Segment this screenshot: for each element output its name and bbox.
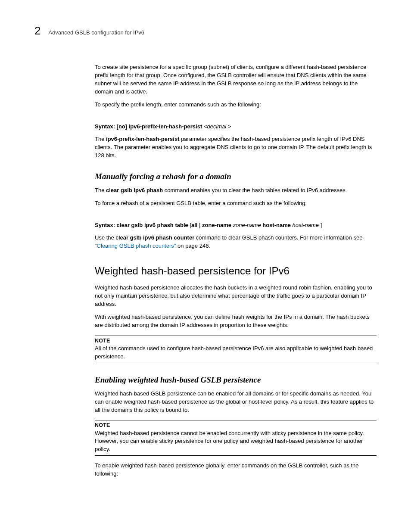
note-rule [95,336,377,336]
body-paragraph: The clear gslb ipv6 phash command enable… [95,187,377,195]
text-run: command enables you to clear the hash ta… [163,187,347,193]
syntax-param: <decimal > [204,123,231,130]
content-block: To create site persistence for a specifi… [95,63,377,478]
note-body: Weighted hash-based persistence cannot b… [95,429,377,454]
page-header: 2 Advanced GSLB configuration for IPv6 [34,24,377,37]
note-rule [95,363,377,363]
syntax-param: zone-name [233,222,263,228]
body-paragraph: To enable weighted hash-based persistenc… [95,462,377,478]
syntax-keyword: all [191,222,197,228]
text-run: on page 246. [176,243,210,249]
inline-keyword: clear gslb ipv6 phash [106,187,163,193]
note-rule [95,420,377,420]
syntax-keyword: zone-name [202,222,233,228]
note-rule [95,455,377,456]
body-paragraph: To specify the prefix length, enter comm… [95,101,377,109]
syntax-param: host-name [293,222,321,228]
note-block: NOTE Weighted hash-based persistence can… [95,420,377,456]
subsection-heading: Enabling weighted hash-based GSLB persis… [95,375,377,385]
syntax-line: Syntax: clear gslb ipv6 phash table [all… [95,221,377,230]
note-block: NOTE All of the commands used to configu… [95,336,377,363]
subsection-heading: Manually forcing a rehash for a domain [95,172,377,181]
body-paragraph: Weighted hash-based GSLB persistence can… [95,390,377,414]
inline-keyword: lear gslb ipv6 phash counter [118,234,194,241]
text-run: ] [321,222,322,228]
text-run: The [95,136,106,142]
syntax-label: Syntax: [95,123,115,130]
body-paragraph: Use the clear gslb ipv6 phash counter co… [95,234,377,250]
body-paragraph: With weighted hash-based persistence, yo… [95,313,377,330]
body-paragraph: To create site persistence for a specifi… [95,63,377,96]
note-label: NOTE [95,337,377,345]
syntax-command: [no] ipv6-prefix-len-hash-persist [115,123,204,130]
chapter-title: Advanced GSLB configuration for IPv6 [48,29,144,36]
text-run: command to clear GSLB phash counters. Fo… [194,234,362,241]
note-label: NOTE [95,421,377,429]
text-run: Use the c [95,234,118,241]
note-body: All of the commands used to configure ha… [95,345,377,361]
syntax-command: clear gslb ipv6 phash table [115,222,190,228]
body-paragraph: The ipv6-prefix-len-hash-persist paramet… [95,135,377,160]
page: 2 Advanced GSLB configuration for IPv6 T… [0,0,411,518]
section-heading: Weighted hash-based persistence for IPv6 [95,265,377,277]
cross-reference-link[interactable]: "Clearing GSLB phash counters" [95,243,176,249]
syntax-line: Syntax: [no] ipv6-prefix-len-hash-persis… [95,123,377,131]
syntax-keyword: host-name [262,222,292,228]
body-paragraph: Weighted hash-based persistence allocate… [95,284,377,308]
text-run: | [197,222,202,228]
text-run: The [95,187,106,193]
chapter-number: 2 [34,24,40,37]
body-paragraph: To force a rehash of a persistent GSLB t… [95,199,377,208]
syntax-label: Syntax: [95,222,115,228]
inline-keyword: ipv6-prefix-len-hash-persist [106,136,180,142]
